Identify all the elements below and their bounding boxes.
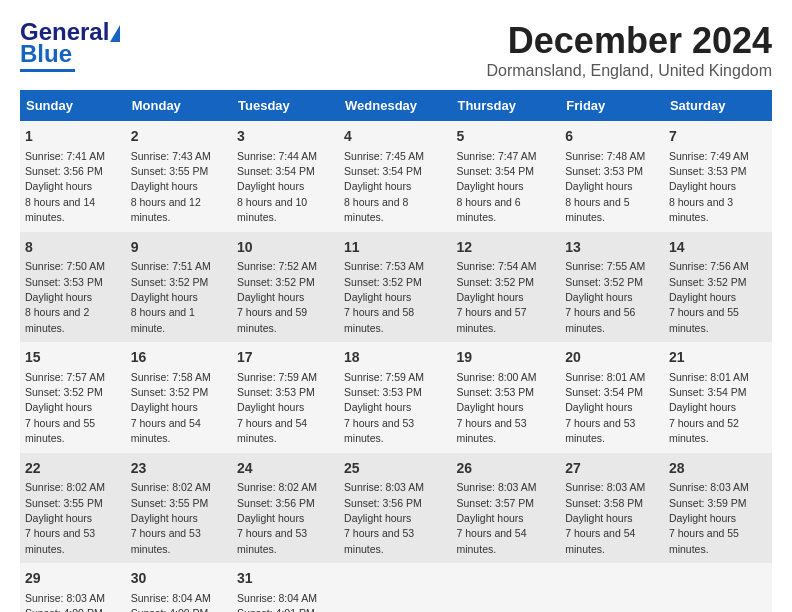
week-row-5: 29 Sunrise: 8:03 AMSunset: 4:00 PMDaylig…	[20, 563, 772, 612]
day-cell: 14 Sunrise: 7:56 AMSunset: 3:52 PMDaylig…	[664, 232, 772, 343]
day-cell: 27 Sunrise: 8:03 AMSunset: 3:58 PMDaylig…	[560, 453, 664, 564]
day-cell: 11 Sunrise: 7:53 AMSunset: 3:52 PMDaylig…	[339, 232, 451, 343]
column-header-friday: Friday	[560, 90, 664, 121]
day-number: 13	[565, 238, 659, 258]
day-info: Sunrise: 7:48 AMSunset: 3:53 PMDaylight …	[565, 150, 645, 224]
day-info: Sunrise: 8:03 AMSunset: 4:00 PMDaylight …	[25, 592, 105, 612]
day-info: Sunrise: 7:54 AMSunset: 3:52 PMDaylight …	[456, 260, 536, 334]
column-header-sunday: Sunday	[20, 90, 126, 121]
day-number: 14	[669, 238, 767, 258]
day-cell: 20 Sunrise: 8:01 AMSunset: 3:54 PMDaylig…	[560, 342, 664, 453]
day-cell: 12 Sunrise: 7:54 AMSunset: 3:52 PMDaylig…	[451, 232, 560, 343]
day-number: 4	[344, 127, 446, 147]
day-number: 26	[456, 459, 555, 479]
day-cell: 18 Sunrise: 7:59 AMSunset: 3:53 PMDaylig…	[339, 342, 451, 453]
day-cell: 2 Sunrise: 7:43 AMSunset: 3:55 PMDayligh…	[126, 121, 232, 232]
day-number: 23	[131, 459, 227, 479]
calendar-header: SundayMondayTuesdayWednesdayThursdayFrid…	[20, 90, 772, 121]
day-info: Sunrise: 8:04 AMSunset: 4:00 PMDaylight …	[131, 592, 211, 612]
day-info: Sunrise: 7:45 AMSunset: 3:54 PMDaylight …	[344, 150, 424, 224]
day-info: Sunrise: 8:04 AMSunset: 4:01 PMDaylight …	[237, 592, 317, 612]
day-cell: 8 Sunrise: 7:50 AMSunset: 3:53 PMDayligh…	[20, 232, 126, 343]
day-cell: 3 Sunrise: 7:44 AMSunset: 3:54 PMDayligh…	[232, 121, 339, 232]
day-cell: 15 Sunrise: 7:57 AMSunset: 3:52 PMDaylig…	[20, 342, 126, 453]
day-info: Sunrise: 7:58 AMSunset: 3:52 PMDaylight …	[131, 371, 211, 445]
day-info: Sunrise: 7:41 AMSunset: 3:56 PMDaylight …	[25, 150, 105, 224]
day-number: 5	[456, 127, 555, 147]
day-info: Sunrise: 8:02 AMSunset: 3:55 PMDaylight …	[25, 481, 105, 555]
day-cell: 7 Sunrise: 7:49 AMSunset: 3:53 PMDayligh…	[664, 121, 772, 232]
day-cell: 23 Sunrise: 8:02 AMSunset: 3:55 PMDaylig…	[126, 453, 232, 564]
day-cell: 10 Sunrise: 7:52 AMSunset: 3:52 PMDaylig…	[232, 232, 339, 343]
day-cell: 6 Sunrise: 7:48 AMSunset: 3:53 PMDayligh…	[560, 121, 664, 232]
day-info: Sunrise: 8:00 AMSunset: 3:53 PMDaylight …	[456, 371, 536, 445]
day-cell: 16 Sunrise: 7:58 AMSunset: 3:52 PMDaylig…	[126, 342, 232, 453]
column-header-saturday: Saturday	[664, 90, 772, 121]
day-number: 15	[25, 348, 121, 368]
day-info: Sunrise: 8:01 AMSunset: 3:54 PMDaylight …	[565, 371, 645, 445]
day-number: 31	[237, 569, 334, 589]
day-cell: 5 Sunrise: 7:47 AMSunset: 3:54 PMDayligh…	[451, 121, 560, 232]
column-header-wednesday: Wednesday	[339, 90, 451, 121]
day-info: Sunrise: 7:51 AMSunset: 3:52 PMDaylight …	[131, 260, 211, 334]
day-number: 17	[237, 348, 334, 368]
day-info: Sunrise: 8:01 AMSunset: 3:54 PMDaylight …	[669, 371, 749, 445]
header-row: SundayMondayTuesdayWednesdayThursdayFrid…	[20, 90, 772, 121]
day-number: 16	[131, 348, 227, 368]
day-info: Sunrise: 7:53 AMSunset: 3:52 PMDaylight …	[344, 260, 424, 334]
day-cell: 17 Sunrise: 7:59 AMSunset: 3:53 PMDaylig…	[232, 342, 339, 453]
day-number: 1	[25, 127, 121, 147]
day-cell: 19 Sunrise: 8:00 AMSunset: 3:53 PMDaylig…	[451, 342, 560, 453]
day-info: Sunrise: 7:44 AMSunset: 3:54 PMDaylight …	[237, 150, 317, 224]
day-number: 6	[565, 127, 659, 147]
day-info: Sunrise: 8:02 AMSunset: 3:55 PMDaylight …	[131, 481, 211, 555]
day-info: Sunrise: 8:03 AMSunset: 3:59 PMDaylight …	[669, 481, 749, 555]
day-number: 2	[131, 127, 227, 147]
day-info: Sunrise: 7:50 AMSunset: 3:53 PMDaylight …	[25, 260, 105, 334]
day-cell	[664, 563, 772, 612]
day-cell: 29 Sunrise: 8:03 AMSunset: 4:00 PMDaylig…	[20, 563, 126, 612]
day-number: 29	[25, 569, 121, 589]
day-info: Sunrise: 7:49 AMSunset: 3:53 PMDaylight …	[669, 150, 749, 224]
day-cell	[339, 563, 451, 612]
day-number: 21	[669, 348, 767, 368]
day-info: Sunrise: 7:43 AMSunset: 3:55 PMDaylight …	[131, 150, 211, 224]
logo-text-blue: Blue	[20, 42, 72, 66]
day-cell: 24 Sunrise: 8:02 AMSunset: 3:56 PMDaylig…	[232, 453, 339, 564]
day-cell	[451, 563, 560, 612]
day-cell: 4 Sunrise: 7:45 AMSunset: 3:54 PMDayligh…	[339, 121, 451, 232]
calendar-body: 1 Sunrise: 7:41 AMSunset: 3:56 PMDayligh…	[20, 121, 772, 612]
day-cell: 22 Sunrise: 8:02 AMSunset: 3:55 PMDaylig…	[20, 453, 126, 564]
day-number: 20	[565, 348, 659, 368]
day-number: 30	[131, 569, 227, 589]
day-cell: 30 Sunrise: 8:04 AMSunset: 4:00 PMDaylig…	[126, 563, 232, 612]
week-row-2: 8 Sunrise: 7:50 AMSunset: 3:53 PMDayligh…	[20, 232, 772, 343]
day-number: 7	[669, 127, 767, 147]
day-info: Sunrise: 7:57 AMSunset: 3:52 PMDaylight …	[25, 371, 105, 445]
day-number: 19	[456, 348, 555, 368]
day-number: 28	[669, 459, 767, 479]
week-row-3: 15 Sunrise: 7:57 AMSunset: 3:52 PMDaylig…	[20, 342, 772, 453]
day-info: Sunrise: 8:03 AMSunset: 3:58 PMDaylight …	[565, 481, 645, 555]
day-cell: 31 Sunrise: 8:04 AMSunset: 4:01 PMDaylig…	[232, 563, 339, 612]
page-header: General Blue December 2024 Dormansland, …	[20, 20, 772, 80]
day-number: 9	[131, 238, 227, 258]
day-number: 18	[344, 348, 446, 368]
day-number: 8	[25, 238, 121, 258]
day-info: Sunrise: 7:52 AMSunset: 3:52 PMDaylight …	[237, 260, 317, 334]
day-info: Sunrise: 7:47 AMSunset: 3:54 PMDaylight …	[456, 150, 536, 224]
page-subtitle: Dormansland, England, United Kingdom	[487, 62, 773, 80]
day-cell: 26 Sunrise: 8:03 AMSunset: 3:57 PMDaylig…	[451, 453, 560, 564]
day-info: Sunrise: 8:03 AMSunset: 3:56 PMDaylight …	[344, 481, 424, 555]
logo: General Blue	[20, 20, 120, 72]
logo-underline	[20, 69, 75, 72]
day-info: Sunrise: 7:59 AMSunset: 3:53 PMDaylight …	[237, 371, 317, 445]
day-info: Sunrise: 8:03 AMSunset: 3:57 PMDaylight …	[456, 481, 536, 555]
column-header-monday: Monday	[126, 90, 232, 121]
page-title: December 2024	[487, 20, 773, 62]
day-number: 25	[344, 459, 446, 479]
day-cell	[560, 563, 664, 612]
day-number: 24	[237, 459, 334, 479]
week-row-1: 1 Sunrise: 7:41 AMSunset: 3:56 PMDayligh…	[20, 121, 772, 232]
day-info: Sunrise: 7:59 AMSunset: 3:53 PMDaylight …	[344, 371, 424, 445]
